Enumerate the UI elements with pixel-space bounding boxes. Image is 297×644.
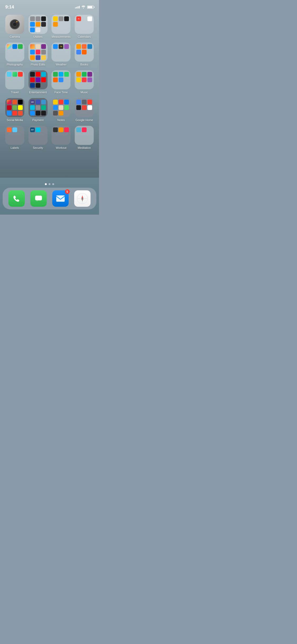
camera-icon: [5, 15, 24, 34]
camera-label: Camera: [10, 35, 20, 38]
status-time: 9:14: [5, 4, 14, 10]
status-icons: [75, 5, 94, 9]
app-social-media[interactable]: Social Media: [3, 97, 26, 123]
facetime-folder-icon: [51, 70, 70, 89]
photo-edits-folder-icon: [29, 43, 48, 62]
page-dot-1[interactable]: [45, 183, 47, 185]
safari-icon: [74, 190, 91, 207]
dock-phone[interactable]: [8, 190, 25, 207]
google-home-folder-icon: [75, 98, 94, 117]
notes-label: Notes: [57, 118, 65, 122]
phone-icon: [8, 190, 25, 207]
app-google-home[interactable]: Google Home: [73, 97, 96, 123]
dock-safari[interactable]: [74, 190, 91, 207]
app-books[interactable]: Books: [73, 42, 96, 67]
workout-folder-icon: [51, 126, 70, 145]
books-folder-icon: [75, 43, 94, 62]
page-dot-2[interactable]: [49, 183, 50, 185]
social-media-folder-icon: [5, 98, 24, 117]
entertainment-folder-icon: [29, 70, 48, 89]
travel-label: Travel: [11, 91, 19, 94]
app-travel[interactable]: Travel: [3, 69, 26, 95]
calendars-label: Calendars: [78, 35, 91, 38]
page-dots: [0, 183, 99, 188]
utilities-label: Utilities: [33, 35, 43, 38]
photography-folder-icon: [5, 43, 24, 62]
security-label: Security: [33, 146, 43, 149]
music-label: Music: [81, 91, 88, 94]
app-payment[interactable]: H/6 Payment: [26, 97, 50, 123]
app-weather[interactable]: TW Weather: [50, 42, 73, 67]
workout-label: Workout: [56, 146, 66, 149]
app-utilities[interactable]: Utilities: [26, 14, 50, 39]
weather-folder-icon: TW: [51, 43, 70, 62]
app-meditation[interactable]: Meditation: [73, 125, 96, 150]
measurements-label: Measurements: [52, 35, 71, 38]
books-label: Books: [80, 63, 88, 66]
app-camera[interactable]: Camera: [3, 14, 26, 39]
facetime-label: Face Time: [54, 91, 68, 94]
entertainment-label: Entertainment: [29, 91, 47, 94]
utilities-folder-icon: [29, 15, 48, 34]
signal-icon: [75, 6, 80, 8]
app-entertainment[interactable]: Entertainment: [26, 69, 50, 95]
payment-label: Payment: [32, 118, 44, 122]
messages-icon: [30, 190, 47, 207]
notes-folder-icon: [51, 98, 70, 117]
labels-label: Labels: [11, 146, 19, 149]
status-bar: 9:14: [0, 0, 99, 12]
app-security[interactable]: ADT Security: [26, 125, 50, 150]
app-calendars[interactable]: 31 Calendars: [73, 14, 96, 39]
battery-icon: [87, 6, 94, 9]
svg-rect-1: [56, 195, 65, 202]
travel-folder-icon: [5, 70, 24, 89]
app-measurements[interactable]: Measurements: [50, 14, 73, 39]
dock: 5: [3, 188, 96, 209]
svg-rect-0: [35, 196, 42, 200]
payment-folder-icon: H/6: [29, 98, 48, 117]
app-workout[interactable]: Workout: [50, 125, 73, 150]
app-grid: Camera Utilities: [0, 12, 99, 153]
photography-label: Photography: [7, 63, 23, 66]
app-labels[interactable]: Labels: [3, 125, 26, 150]
google-home-label: Google Home: [76, 118, 93, 122]
measurements-folder-icon: [51, 15, 70, 34]
photo-edits-label: Photo Edits: [31, 63, 45, 66]
app-notes[interactable]: Notes: [50, 97, 73, 123]
dock-messages[interactable]: [30, 190, 47, 207]
app-photo-edits[interactable]: Photo Edits: [26, 42, 50, 67]
app-facetime[interactable]: Face Time: [50, 69, 73, 95]
calendars-folder-icon: 31: [75, 15, 94, 34]
app-photography[interactable]: Photography: [3, 42, 26, 67]
mail-badge: 5: [65, 189, 70, 194]
app-music[interactable]: Music: [73, 69, 96, 95]
home-screen: 9:14: [0, 0, 99, 215]
labels-folder-icon: [5, 126, 24, 145]
weather-label: Weather: [56, 63, 67, 66]
dock-mail[interactable]: 5: [52, 190, 69, 207]
wifi-icon: [81, 5, 86, 9]
security-folder-icon: ADT: [29, 126, 48, 145]
meditation-label: Meditation: [78, 146, 91, 149]
page-dot-3[interactable]: [52, 183, 54, 185]
social-media-label: Social Media: [7, 118, 23, 122]
meditation-folder-icon: [75, 126, 94, 145]
svg-marker-6: [81, 197, 83, 202]
music-folder-icon: [75, 70, 94, 89]
